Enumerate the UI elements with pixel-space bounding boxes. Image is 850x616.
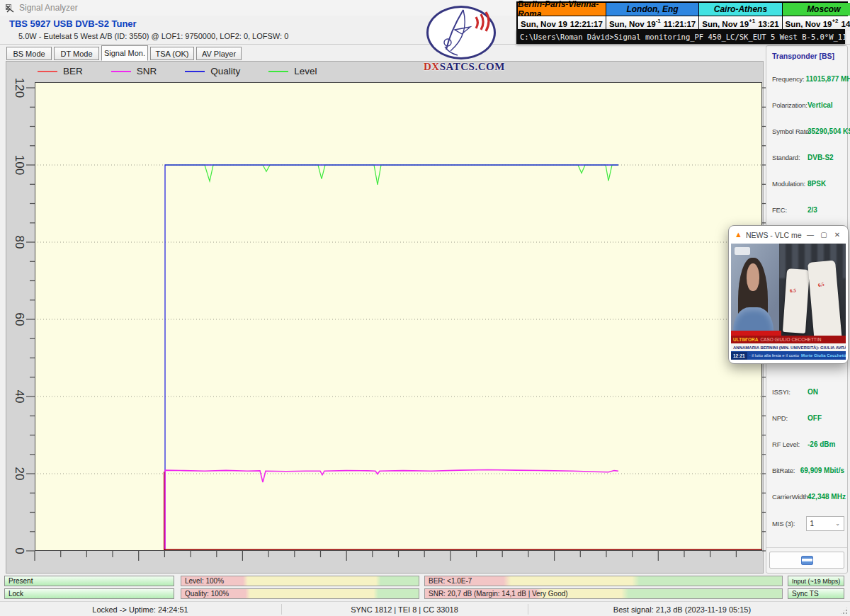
chart-canvas [35,82,762,551]
logo-text-rest: SATCS.COM [440,61,505,72]
tab-av-player[interactable]: AV Player [196,47,242,60]
maximize-button[interactable]: ▢ [819,231,829,239]
legend-label: BER [63,66,83,76]
present-indicator: Present [4,576,174,586]
tab-signal-mon[interactable]: Signal Mon. [101,45,148,61]
resize-grip[interactable] [839,606,849,615]
y-axis-label: 20 [12,467,26,481]
tuner-name: TBS 5927 USB DVB-S2 Tuner [9,18,137,29]
field-value: 11015,877 MHz [806,75,850,83]
mis-dropdown[interactable]: 1 ⌄ [806,516,845,531]
signal-monitor-panel: BER SNR Quality Level 020406080100120 [6,61,764,574]
field-symbol-rate: Symbol Rate: 35290,504 KS/s [772,118,844,144]
y-axis-label: 40 [12,390,26,404]
y-axis-label: 120 [12,78,26,98]
vlc-video-area[interactable]: 6.5 6.5 ULTIM'ORA CASO GIULIO CECCHETTIN… [731,244,846,360]
field-value: 8PSK [808,180,826,188]
y-axis-label: 100 [12,155,26,175]
breaking-topic: CASO GIULIO CECCHETTIN [760,337,821,342]
clock-city: Cairo-Athens [699,3,781,16]
y-axis-label: 60 [12,313,26,326]
vlc-title: NEWS - VLC media... [746,231,802,239]
ber-bar: BER: <1.0E-7 [424,576,783,586]
legend-label: Quality [210,66,240,76]
field-label: Symbol Rate: [772,127,806,135]
field-frequency: Frequency: 11015,877 MHz [772,66,844,92]
tab-dt-mode[interactable]: DT Mode [54,47,99,60]
quality-line-swatch [185,71,205,72]
minimize-button[interactable]: — [805,231,815,239]
legend-label: SNR [137,66,157,76]
headline-text: ANNAMARIA BERNINI (MIN. UNIVERSITÀ): GIU… [733,346,846,350]
field-label: ISSYI: [772,388,806,396]
legend-item-level: Level [268,66,317,76]
protest-shirt: 6.5 [782,268,809,333]
vlc-cone-icon: ▲ [735,231,742,239]
close-button[interactable]: ✕ [832,231,842,239]
chart-legend: BER SNR Quality Level [38,66,317,76]
field-label: BitRate: [772,467,799,474]
field-modulation: Modulation: 8PSK [772,171,844,197]
field-value: 69,909 Mbit/s [800,467,844,474]
field-label: Polarization: [772,101,806,109]
logo-text: DXSATCS.COM [424,61,500,73]
shirt-writing: 6.5 [790,287,796,294]
quality-bar: Quality: 100% [181,588,419,599]
mis-label: MIS (3): [772,520,803,527]
field-fec: FEC: 2/3 [772,197,844,223]
vlc-window[interactable]: ▲ NEWS - VLC media... — ▢ ✕ 6.5 6.5 ULTI… [728,225,849,364]
ber-line-swatch [38,71,57,72]
clock-city: London, Eng [606,3,698,16]
level-bar: Level: 100% [181,576,419,586]
clock-date: Sun, Nov 19 [702,20,749,28]
legend-item-ber: BER [38,66,83,76]
series-snr [165,470,618,549]
clock-date: Sun, Nov 19 [786,20,832,28]
status-bar: Locked -> Uptime: 24:24:51 SYNC 1812 | T… [0,601,850,616]
ticker-highlight: Morte Giulia Cecchettin [801,353,846,358]
plot-border [35,83,762,551]
field-bitrate: BitRate: 69,909 Mbit/s [772,457,844,484]
status-sync: SYNC 1812 | TEI 8 | CC 33018 [282,602,527,616]
field-value: 35290,504 KS/s [808,127,850,135]
channel-logo [735,247,750,255]
field-value: -26 dBm [808,440,835,448]
field-npd: NPD: OFF [772,405,844,431]
sync-ts-indicator: Sync TS [788,588,844,599]
satellite-dish-icon [426,6,496,59]
legend-label: Level [294,66,317,76]
vlc-titlebar[interactable]: ▲ NEWS - VLC media... — ▢ ✕ [729,226,848,244]
field-label: FEC: [772,206,806,214]
tuner-details: 5.0W - Eutelsat 5 West A/B (ID: 3550) @ … [18,32,288,40]
drive-icon [801,556,813,565]
y-axis-label: 80 [12,236,26,249]
field-label: Frequency: [772,75,805,83]
y-axis-label: 0 [12,547,26,554]
series-quality [165,165,618,551]
clock-city: Moscow [783,3,850,16]
field-value: 42,348 MHz [808,493,846,501]
field-issyi: ISSYI: ON [772,379,844,405]
field-label: Modulation: [772,180,806,188]
field-rf-level: RF Level: -26 dBm [772,431,844,457]
clock-offset: +1 [749,18,755,24]
field-label: NPD: [772,414,806,422]
clock-time-value: 14:21 [842,20,850,28]
field-value: 2/3 [808,206,817,214]
mis-row: MIS (3): 1 ⌄ [772,516,844,531]
field-carrier-width: CarrierWidth: 42,348 MHz [772,484,844,510]
world-clocks: Berlin-Paris-Vienna-Roma London, Eng Cai… [516,1,848,29]
clock-offset: -1 [656,18,661,24]
sidebar-action-button[interactable] [769,552,844,569]
logo-text-dx: DX [424,61,440,72]
transponder-header: Transponder [BS] [772,52,834,60]
field-value: ON [808,388,818,396]
series-level [165,165,618,185]
breaking-strip: ULTIM'ORA CASO GIULIO CECCHETTIN [731,336,846,343]
field-label: RF Level: [772,440,806,448]
tab-tsa[interactable]: TSA (OK) [150,47,194,60]
status-uptime: Locked -> Uptime: 24:24:51 [0,602,280,616]
tab-bs-mode[interactable]: BS Mode [6,47,52,60]
clock-date: Sun, Nov 19 [521,20,567,28]
field-label: Standard: [772,154,806,161]
